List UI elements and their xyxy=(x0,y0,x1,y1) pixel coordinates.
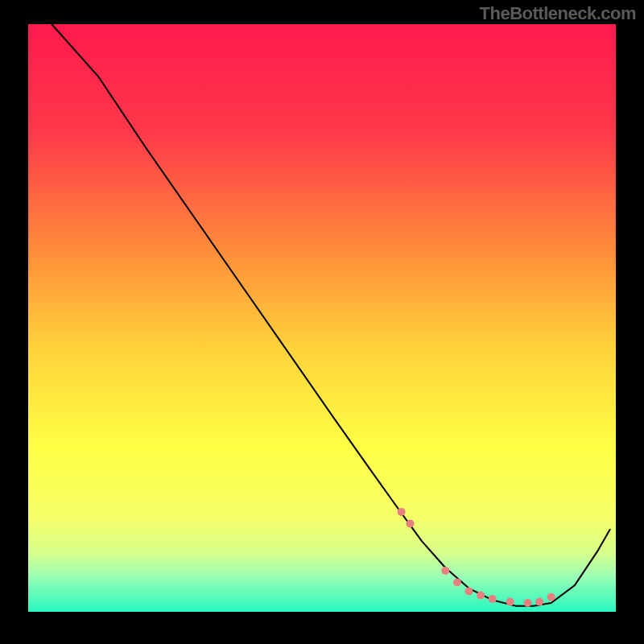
plot-background xyxy=(28,24,616,612)
marker-dot xyxy=(547,593,555,601)
marker-dot xyxy=(465,587,473,595)
attribution-label: TheBottleneck.com xyxy=(480,3,636,24)
bottleneck-chart xyxy=(0,0,644,644)
marker-dot xyxy=(535,598,543,606)
marker-dot xyxy=(441,567,449,575)
marker-dot xyxy=(524,599,532,607)
marker-dot xyxy=(477,592,485,600)
marker-dot xyxy=(506,598,514,606)
marker-dot xyxy=(407,520,415,528)
chart-stage: TheBottleneck.com xyxy=(0,0,644,644)
marker-dot xyxy=(398,508,406,516)
marker-dot xyxy=(453,579,461,587)
marker-dot xyxy=(489,595,497,603)
